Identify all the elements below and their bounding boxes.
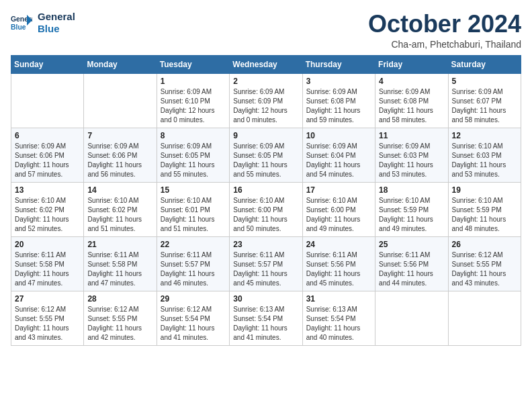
day-number: 7 [87,131,152,140]
logo-general: General [38,11,75,23]
day-number: 14 [87,185,152,195]
cell-content: Sunrise: 6:12 AM Sunset: 5:55 PM Dayligh… [452,250,517,288]
cell-content: Sunrise: 6:09 AM Sunset: 6:08 PM Dayligh… [306,87,371,125]
calendar-cell: 10Sunrise: 6:09 AM Sunset: 6:04 PM Dayli… [302,128,375,182]
day-number: 29 [161,294,226,304]
day-number: 30 [233,294,298,304]
day-number: 27 [15,294,80,304]
cell-content: Sunrise: 6:12 AM Sunset: 5:55 PM Dayligh… [15,305,80,342]
calendar-cell: 19Sunrise: 6:10 AM Sunset: 5:59 PM Dayli… [448,182,521,236]
cell-content: Sunrise: 6:12 AM Sunset: 5:54 PM Dayligh… [161,305,226,342]
cell-content: Sunrise: 6:11 AM Sunset: 5:56 PM Dayligh… [379,250,444,288]
cell-content: Sunrise: 6:10 AM Sunset: 6:00 PM Dayligh… [233,196,298,234]
calendar-cell: 26Sunrise: 6:12 AM Sunset: 5:55 PM Dayli… [448,236,521,291]
calendar-cell: 28Sunrise: 6:12 AM Sunset: 5:55 PM Dayli… [84,291,157,345]
cell-content: Sunrise: 6:12 AM Sunset: 5:55 PM Dayligh… [87,305,152,342]
logo-icon: General Blue [11,12,32,34]
cell-content: Sunrise: 6:10 AM Sunset: 6:02 PM Dayligh… [15,196,80,234]
day-number: 17 [306,185,371,195]
calendar-cell: 16Sunrise: 6:10 AM Sunset: 6:00 PM Dayli… [230,182,302,236]
cell-content: Sunrise: 6:10 AM Sunset: 6:02 PM Dayligh… [87,196,152,234]
calendar-cell: 8Sunrise: 6:09 AM Sunset: 6:05 PM Daylig… [157,128,229,182]
day-number: 28 [87,294,152,304]
day-number: 15 [161,185,226,195]
calendar-cell [448,291,521,345]
cell-content: Sunrise: 6:09 AM Sunset: 6:05 PM Dayligh… [161,142,226,179]
cell-content: Sunrise: 6:11 AM Sunset: 5:57 PM Dayligh… [233,250,298,288]
calendar-cell: 14Sunrise: 6:10 AM Sunset: 6:02 PM Dayli… [84,182,157,236]
cell-content: Sunrise: 6:09 AM Sunset: 6:07 PM Dayligh… [452,87,517,125]
cell-content: Sunrise: 6:11 AM Sunset: 5:57 PM Dayligh… [161,250,226,288]
day-number: 12 [452,131,517,140]
cell-content: Sunrise: 6:13 AM Sunset: 5:54 PM Dayligh… [306,305,371,342]
day-number: 23 [233,240,298,249]
day-number: 11 [379,131,444,140]
calendar-cell: 31Sunrise: 6:13 AM Sunset: 5:54 PM Dayli… [302,291,375,345]
cell-content: Sunrise: 6:13 AM Sunset: 5:54 PM Dayligh… [233,305,298,342]
calendar-table: SundayMondayTuesdayWednesdayThursdayFrid… [11,55,521,346]
cell-content: Sunrise: 6:09 AM Sunset: 6:09 PM Dayligh… [233,87,298,125]
calendar-cell: 12Sunrise: 6:10 AM Sunset: 6:03 PM Dayli… [448,128,521,182]
day-number: 8 [161,131,226,140]
day-number: 9 [233,131,298,140]
header-wednesday: Wednesday [230,55,302,73]
calendar-cell: 6Sunrise: 6:09 AM Sunset: 6:06 PM Daylig… [11,128,84,182]
day-number: 22 [161,240,226,249]
calendar-cell: 5Sunrise: 6:09 AM Sunset: 6:07 PM Daylig… [448,73,521,128]
calendar-cell: 17Sunrise: 6:10 AM Sunset: 6:00 PM Dayli… [302,182,375,236]
day-number: 25 [379,240,444,249]
calendar-cell: 15Sunrise: 6:10 AM Sunset: 6:01 PM Dayli… [157,182,229,236]
cell-content: Sunrise: 6:11 AM Sunset: 5:56 PM Dayligh… [306,250,371,288]
calendar-cell: 13Sunrise: 6:10 AM Sunset: 6:02 PM Dayli… [11,182,84,236]
calendar-week-1: 6Sunrise: 6:09 AM Sunset: 6:06 PM Daylig… [11,128,521,182]
calendar-cell [84,73,157,128]
header-tuesday: Tuesday [157,55,229,73]
logo-blue: Blue [38,23,75,35]
calendar-header-row: SundayMondayTuesdayWednesdayThursdayFrid… [11,55,521,73]
calendar-cell: 4Sunrise: 6:09 AM Sunset: 6:08 PM Daylig… [375,73,448,128]
day-number: 19 [452,185,517,195]
calendar-week-0: 1Sunrise: 6:09 AM Sunset: 6:10 PM Daylig… [11,73,521,128]
header-saturday: Saturday [448,55,521,73]
calendar-cell: 20Sunrise: 6:11 AM Sunset: 5:58 PM Dayli… [11,236,84,291]
cell-content: Sunrise: 6:09 AM Sunset: 6:03 PM Dayligh… [379,142,444,179]
cell-content: Sunrise: 6:09 AM Sunset: 6:10 PM Dayligh… [161,87,226,125]
header-friday: Friday [375,55,448,73]
cell-content: Sunrise: 6:11 AM Sunset: 5:58 PM Dayligh… [15,250,80,288]
month-title: October 2024 [368,11,521,38]
day-number: 20 [15,240,80,249]
calendar-cell: 21Sunrise: 6:11 AM Sunset: 5:58 PM Dayli… [84,236,157,291]
svg-text:Blue: Blue [11,24,26,31]
day-number: 26 [452,240,517,249]
day-number: 18 [379,185,444,195]
calendar-cell: 23Sunrise: 6:11 AM Sunset: 5:57 PM Dayli… [230,236,302,291]
calendar-cell: 3Sunrise: 6:09 AM Sunset: 6:08 PM Daylig… [302,73,375,128]
calendar-cell: 1Sunrise: 6:09 AM Sunset: 6:10 PM Daylig… [157,73,229,128]
day-number: 16 [233,185,298,195]
cell-content: Sunrise: 6:09 AM Sunset: 6:08 PM Dayligh… [379,87,444,125]
location-subtitle: Cha-am, Phetchaburi, Thailand [368,39,521,50]
calendar-cell [375,291,448,345]
calendar-week-4: 27Sunrise: 6:12 AM Sunset: 5:55 PM Dayli… [11,291,521,345]
calendar-cell: 22Sunrise: 6:11 AM Sunset: 5:57 PM Dayli… [157,236,229,291]
header-monday: Monday [84,55,157,73]
day-number: 13 [15,185,80,195]
calendar-cell: 18Sunrise: 6:10 AM Sunset: 5:59 PM Dayli… [375,182,448,236]
cell-content: Sunrise: 6:09 AM Sunset: 6:04 PM Dayligh… [306,142,371,179]
title-block: October 2024 Cha-am, Phetchaburi, Thaila… [368,11,521,50]
calendar-week-2: 13Sunrise: 6:10 AM Sunset: 6:02 PM Dayli… [11,182,521,236]
day-number: 10 [306,131,371,140]
cell-content: Sunrise: 6:10 AM Sunset: 5:59 PM Dayligh… [452,196,517,234]
day-number: 6 [15,131,80,140]
day-number: 3 [306,77,371,86]
day-number: 21 [87,240,152,249]
cell-content: Sunrise: 6:10 AM Sunset: 5:59 PM Dayligh… [379,196,444,234]
cell-content: Sunrise: 6:09 AM Sunset: 6:06 PM Dayligh… [15,142,80,179]
header-thursday: Thursday [302,55,375,73]
calendar-cell: 24Sunrise: 6:11 AM Sunset: 5:56 PM Dayli… [302,236,375,291]
calendar-cell: 11Sunrise: 6:09 AM Sunset: 6:03 PM Dayli… [375,128,448,182]
day-number: 2 [233,77,298,86]
calendar-cell [11,73,84,128]
calendar-cell: 25Sunrise: 6:11 AM Sunset: 5:56 PM Dayli… [375,236,448,291]
cell-content: Sunrise: 6:10 AM Sunset: 6:00 PM Dayligh… [306,196,371,234]
